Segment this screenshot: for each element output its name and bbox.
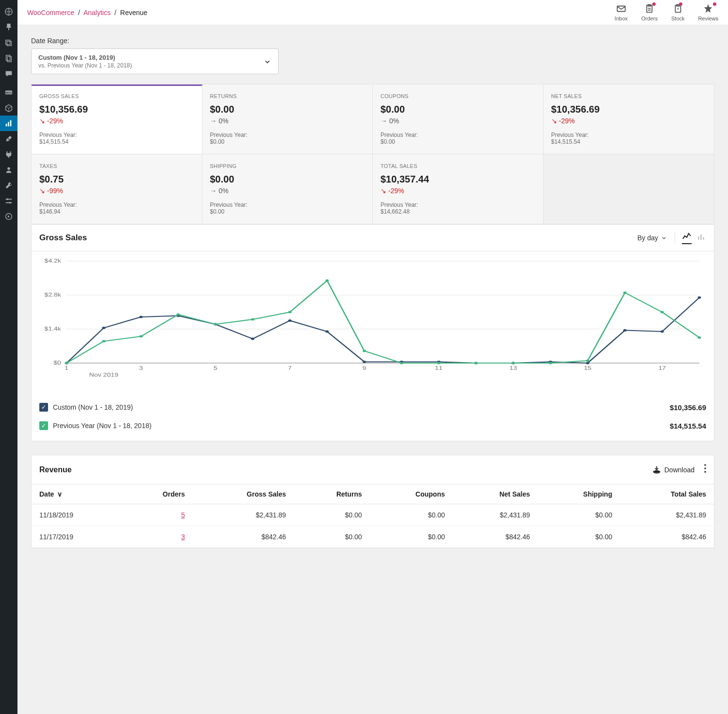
cell-net: $2,431.89 xyxy=(453,504,538,526)
sidebar-item-woo[interactable]: WOO xyxy=(0,84,17,100)
bar-chart-button[interactable] xyxy=(696,232,706,244)
notification-dot-icon xyxy=(713,2,716,6)
legend-checkbox-icon: ✓ xyxy=(39,403,48,412)
trend-arrow-icon: ↘ xyxy=(39,187,45,195)
svg-text:7: 7 xyxy=(288,365,292,371)
cell-gross: $2,431.89 xyxy=(193,504,294,526)
sidebar-item-collapse[interactable] xyxy=(0,209,17,224)
stat-prev-value: $0.00 xyxy=(381,138,535,145)
stat-card[interactable]: GROSS SALES $10,356.69 ↘ -29% Previous Y… xyxy=(32,84,202,154)
svg-text:WOO: WOO xyxy=(5,91,12,94)
table-menu-button[interactable] xyxy=(704,464,706,475)
sidebar-item-users[interactable] xyxy=(0,162,17,178)
legend-label: Previous Year (Nov 1 - 18, 2018) xyxy=(53,422,151,430)
svg-text:17: 17 xyxy=(658,365,666,371)
svg-text:13: 13 xyxy=(510,365,517,371)
table-column-header[interactable]: Net Sales xyxy=(453,484,538,504)
sidebar-item-plugins[interactable] xyxy=(0,147,17,162)
sidebar-item-appearance[interactable] xyxy=(0,131,17,147)
svg-rect-20 xyxy=(700,234,702,240)
svg-point-69 xyxy=(437,362,441,365)
svg-text:$1.4k: $1.4k xyxy=(45,326,62,332)
stat-card[interactable]: SHIPPING $0.00 → 0% Previous Year: $0.00 xyxy=(202,154,373,224)
chart-legend: ✓ Custom (Nov 1 - 18, 2019) $10,356.69 ✓… xyxy=(32,392,714,441)
legend-total: $14,515.54 xyxy=(670,422,706,430)
table-column-header[interactable]: Date ∨ xyxy=(32,484,123,504)
svg-point-62 xyxy=(177,314,180,316)
orders-link[interactable]: 5 xyxy=(181,511,185,519)
breadcrumb: WooCommerce / Analytics / Revenue xyxy=(27,9,148,17)
breadcrumb-page: Revenue xyxy=(120,9,148,17)
stat-card[interactable]: COUPONS $0.00 → 0% Previous Year: $0.00 xyxy=(373,84,544,154)
top-action-orders[interactable]: Orders xyxy=(641,3,658,21)
sidebar-item-media[interactable] xyxy=(0,35,17,50)
table-column-header[interactable]: Returns xyxy=(294,484,370,504)
mail-icon xyxy=(616,3,627,14)
breadcrumb-section[interactable]: Analytics xyxy=(83,9,111,17)
stat-prev-value: $14,662.48 xyxy=(381,208,535,215)
stat-card[interactable]: TAXES $0.75 ↘ -99% Previous Year: $146.9… xyxy=(32,154,202,224)
sidebar-item-dashboard[interactable] xyxy=(0,4,17,19)
stat-label: COUPONS xyxy=(381,93,535,99)
legend-checkbox-icon: ✓ xyxy=(39,421,48,430)
stat-card[interactable]: TOTAL SALES $10,357.44 ↘ -29% Previous Y… xyxy=(373,154,544,224)
stat-delta: → 0% xyxy=(210,187,365,195)
interval-dropdown[interactable]: By day xyxy=(637,234,667,242)
table-column-header[interactable]: Coupons xyxy=(370,484,453,504)
stat-label: GROSS SALES xyxy=(39,93,194,99)
date-range-dropdown[interactable]: Custom (Nov 1 - 18, 2019) vs. Previous Y… xyxy=(31,49,279,74)
svg-rect-2 xyxy=(7,41,11,46)
table-column-header[interactable]: Orders xyxy=(123,484,193,504)
trend-arrow-icon: ↘ xyxy=(381,187,386,195)
stat-prev-label: Previous Year: xyxy=(39,201,194,208)
svg-rect-9 xyxy=(10,120,12,127)
svg-text:$0: $0 xyxy=(53,360,61,365)
orders-link[interactable]: 3 xyxy=(181,533,185,541)
svg-point-61 xyxy=(139,335,143,338)
stat-delta: ↘ -99% xyxy=(39,187,194,195)
legend-row[interactable]: ✓ Previous Year (Nov 1 - 18, 2018) $14,5… xyxy=(39,416,706,435)
table-row: 11/18/2019 5 $2,431.89 $0.00 $0.00 $2,43… xyxy=(32,504,714,526)
top-action-reviews[interactable]: Reviews xyxy=(698,3,718,21)
notification-dot-icon xyxy=(652,2,656,6)
stat-value: $0.00 xyxy=(381,104,535,115)
top-action-stock[interactable]: Stock xyxy=(671,3,685,21)
svg-rect-21 xyxy=(703,237,704,240)
download-button[interactable]: Download xyxy=(652,465,695,475)
sidebar-item-pin[interactable] xyxy=(0,19,17,35)
table-column-header[interactable]: Shipping xyxy=(538,484,620,504)
breadcrumb-root[interactable]: WooCommerce xyxy=(27,9,74,17)
top-action-inbox[interactable]: Inbox xyxy=(614,3,628,21)
svg-point-57 xyxy=(661,331,664,333)
svg-point-71 xyxy=(512,362,515,365)
line-chart-icon xyxy=(682,232,692,241)
svg-point-75 xyxy=(661,311,664,314)
sidebar-item-analytics[interactable] xyxy=(0,116,17,131)
trend-arrow-icon: ↘ xyxy=(551,117,557,125)
svg-point-10 xyxy=(7,167,10,170)
stat-delta: ↘ -29% xyxy=(381,187,535,195)
table-column-header[interactable]: Total Sales xyxy=(620,484,714,504)
chart-title: Gross Sales xyxy=(39,233,87,243)
svg-point-70 xyxy=(474,362,478,365)
stat-prev-label: Previous Year: xyxy=(381,132,535,138)
sidebar-item-pages[interactable] xyxy=(0,50,17,66)
table-column-header[interactable]: Gross Sales xyxy=(193,484,294,504)
legend-row[interactable]: ✓ Custom (Nov 1 - 18, 2019) $10,356.69 xyxy=(39,398,706,416)
svg-rect-8 xyxy=(8,122,9,126)
sidebar-item-comments[interactable] xyxy=(0,66,17,82)
stat-card[interactable]: NET SALES $10,356.69 ↘ -29% Previous Yea… xyxy=(544,84,714,154)
stat-prev-label: Previous Year: xyxy=(381,201,535,208)
topbar: WooCommerce / Analytics / Revenue Inbox … xyxy=(17,0,728,25)
stat-card[interactable]: RETURNS $0.00 → 0% Previous Year: $0.00 xyxy=(202,84,373,154)
stat-label: TAXES xyxy=(39,163,194,169)
cell-gross: $842.46 xyxy=(193,526,294,548)
sidebar-item-products[interactable] xyxy=(0,100,17,116)
sidebar-item-tools[interactable] xyxy=(0,178,17,193)
sidebar-item-settings[interactable] xyxy=(0,193,17,209)
stat-prev-label: Previous Year: xyxy=(39,132,194,138)
line-chart-button[interactable] xyxy=(682,232,692,244)
cell-net: $842.46 xyxy=(453,526,538,548)
cell-returns: $0.00 xyxy=(294,526,370,548)
svg-point-64 xyxy=(251,318,254,321)
